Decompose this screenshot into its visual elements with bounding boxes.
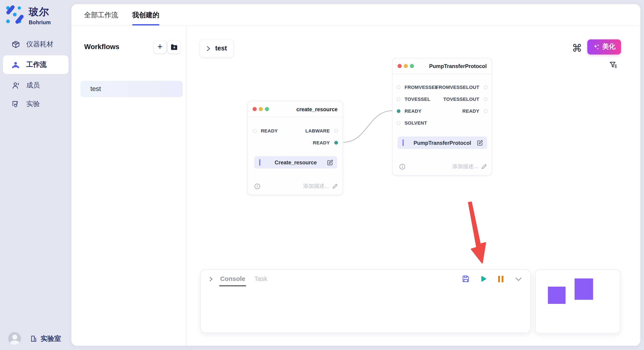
input-port-tovessel[interactable] — [396, 97, 400, 101]
brand-name-zh: 玻尔 — [29, 5, 51, 18]
sidebar-item-label: 实验 — [26, 100, 40, 109]
workflow-icon — [11, 60, 20, 69]
pill-accent-bar — [402, 140, 404, 146]
workflows-title: Workflows — [84, 43, 152, 51]
pencil-icon[interactable] — [332, 183, 338, 189]
brand-name-en: Bohrium — [29, 19, 51, 25]
output-port-ready[interactable] — [334, 141, 338, 144]
node-action-pill[interactable]: PumpTransferProtocol — [398, 137, 487, 149]
workflow-list-item-test[interactable]: test — [80, 81, 183, 97]
sparkles-icon — [593, 43, 600, 50]
command-icon: ⌘ — [572, 43, 582, 53]
minimap[interactable] — [535, 269, 620, 334]
info-icon[interactable] — [399, 164, 406, 170]
lab-switcher[interactable]: 实验室 — [30, 334, 61, 343]
breadcrumb-label: test — [215, 45, 227, 52]
command-palette-button[interactable]: ⌘ — [572, 43, 582, 53]
input-port-fromvessel[interactable] — [396, 85, 400, 89]
port-label: READY — [261, 128, 278, 133]
box-icon — [11, 40, 20, 49]
sidebar-item-label: 工作流 — [26, 60, 46, 69]
port-label: SOLVENT — [405, 121, 427, 126]
sidebar-item-instruments[interactable]: 仪器耗材 — [0, 35, 72, 54]
node-title: create_resource — [269, 106, 338, 112]
tab-task[interactable]: Task — [254, 275, 267, 283]
main-card: 全部工作流 我创建的 Workflows + test — [72, 4, 640, 346]
add-workflow-button[interactable]: + — [154, 41, 166, 53]
pill-accent-bar — [259, 159, 260, 166]
sidebar: 玻尔 Bohrium 仪器耗材 工作流 成员 — [0, 0, 72, 350]
pill-label: Create_resource — [254, 159, 337, 166]
import-folder-button[interactable] — [168, 41, 180, 53]
port-label: TOVESSEL — [405, 97, 430, 102]
bohrium-logo-icon — [6, 5, 24, 24]
port-label: READY — [313, 140, 330, 145]
input-port-ready[interactable] — [396, 109, 400, 113]
node-title: PumpTransferProtocol — [414, 63, 486, 69]
edit-icon[interactable] — [477, 140, 484, 146]
port-label: FROMVESSELOUT — [436, 85, 480, 90]
output-port-labware[interactable] — [334, 129, 338, 133]
traffic-red-icon — [398, 64, 402, 68]
info-icon[interactable] — [254, 183, 260, 189]
tab-created-by-me[interactable]: 我创建的 — [132, 4, 159, 26]
tab-console[interactable]: Console — [220, 275, 245, 283]
traffic-yellow-icon — [404, 64, 408, 68]
run-icon[interactable] — [479, 275, 488, 283]
tab-all-workflows[interactable]: 全部工作流 — [84, 4, 118, 26]
plus-icon: + — [158, 42, 162, 51]
pause-icon[interactable] — [497, 275, 505, 283]
description-placeholder[interactable]: 添加描述... — [405, 163, 478, 170]
sidebar-item-workflow[interactable]: 工作流 — [3, 55, 68, 74]
console-output-area[interactable] — [201, 288, 530, 333]
traffic-red-icon — [252, 107, 256, 111]
lab-label: 实验室 — [41, 334, 61, 343]
breadcrumb[interactable]: test — [200, 40, 233, 57]
sidebar-item-experiments[interactable]: 实验 — [0, 95, 72, 114]
beautify-button[interactable]: 美化 — [587, 39, 621, 54]
chevron-right-icon — [206, 46, 211, 51]
brand-logo: 玻尔 Bohrium — [6, 5, 51, 25]
description-placeholder[interactable]: 添加描述... — [260, 182, 329, 190]
port-label: TOVESSELOUT — [444, 97, 480, 102]
console-expand-chevron-icon[interactable] — [208, 276, 214, 282]
output-port-fromvesselout[interactable] — [484, 85, 487, 89]
input-port-ready[interactable] — [253, 129, 256, 133]
save-icon[interactable] — [461, 275, 470, 283]
sidebar-item-label: 成员 — [26, 81, 40, 90]
sidebar-item-label: 仪器耗材 — [26, 40, 53, 49]
port-label: FROMVESSEL — [405, 85, 438, 90]
user-avatar[interactable] — [8, 332, 21, 345]
collapse-chevron-icon[interactable] — [514, 275, 523, 283]
node-action-pill[interactable]: Create_resource — [254, 156, 337, 169]
port-label: READY — [462, 109, 480, 114]
workflow-list-panel: Workflows + test — [72, 26, 186, 346]
output-port-ready[interactable] — [484, 109, 487, 113]
minimap-node — [574, 278, 593, 300]
console-panel: Console Task — [200, 269, 531, 333]
minimap-node — [548, 287, 566, 304]
sidebar-nav: 仪器耗材 工作流 成员 实验 — [0, 35, 72, 114]
members-icon — [11, 81, 20, 90]
active-tab-underline — [132, 24, 159, 25]
edit-icon[interactable] — [327, 159, 334, 166]
app-root: 玻尔 Bohrium 仪器耗材 工作流 成员 — [0, 0, 644, 350]
experiment-icon — [11, 100, 20, 109]
sidebar-item-members[interactable]: 成员 — [0, 76, 72, 95]
traffic-green-icon — [265, 107, 269, 111]
filter-icon[interactable] — [609, 61, 618, 70]
node-create-resource[interactable]: create_resource READY LABWARE READY Crea… — [247, 101, 343, 195]
output-port-tovesselout[interactable] — [484, 97, 487, 101]
workflow-tabs: 全部工作流 我创建的 — [72, 4, 640, 26]
traffic-yellow-icon — [259, 107, 263, 111]
input-port-solvent[interactable] — [396, 121, 400, 125]
folder-import-icon — [170, 44, 178, 50]
node-pump-transfer-protocol[interactable]: PumpTransferProtocol FROMVESSEL FROMVESS… — [392, 58, 492, 175]
beautify-label: 美化 — [602, 43, 616, 51]
node-header[interactable]: create_resource — [248, 101, 342, 117]
node-header[interactable]: PumpTransferProtocol — [393, 58, 492, 74]
port-label: LABWARE — [306, 128, 330, 133]
pencil-icon[interactable] — [481, 164, 487, 169]
pill-label: PumpTransferProtocol — [398, 140, 487, 146]
port-label: READY — [405, 109, 422, 114]
